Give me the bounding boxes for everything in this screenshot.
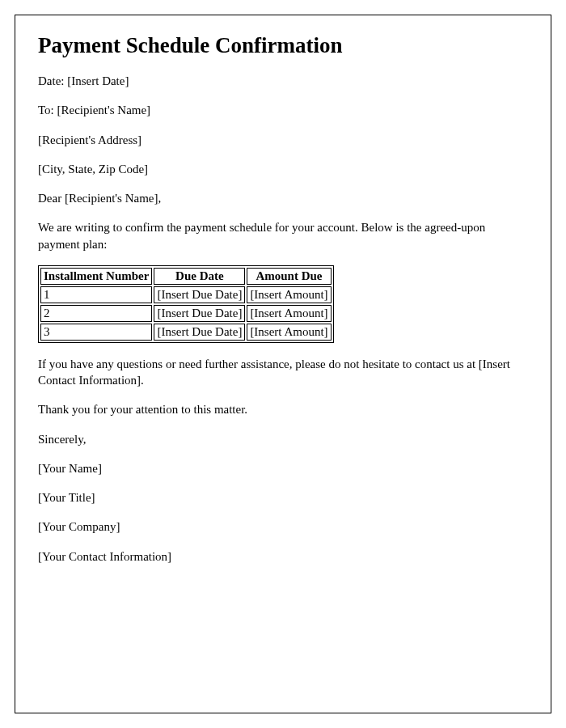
salutation: Dear [Recipient's Name], xyxy=(38,190,528,206)
to-line: To: [Recipient's Name] xyxy=(38,102,528,118)
cell-installment-number: 1 xyxy=(40,286,152,303)
thanks-paragraph: Thank you for your attention to this mat… xyxy=(38,401,528,417)
col-header-amount: Amount Due xyxy=(247,268,331,285)
table-row: 2 [Insert Due Date] [Insert Amount] xyxy=(40,305,332,322)
signature-company: [Your Company] xyxy=(38,518,528,535)
cell-installment-number: 2 xyxy=(40,305,152,322)
table-header-row: Installment Number Due Date Amount Due xyxy=(40,268,332,285)
cell-amount: [Insert Amount] xyxy=(247,286,331,303)
address-line: [Recipient's Address] xyxy=(38,132,528,148)
cell-amount: [Insert Amount] xyxy=(247,324,331,341)
table-row: 1 [Insert Due Date] [Insert Amount] xyxy=(40,286,332,303)
date-line: Date: [Insert Date] xyxy=(38,73,528,89)
cell-due-date: [Insert Due Date] xyxy=(154,324,245,341)
payment-schedule-table: Installment Number Due Date Amount Due 1… xyxy=(38,265,334,343)
document-title: Payment Schedule Confirmation xyxy=(38,33,528,58)
signature-contact: [Your Contact Information] xyxy=(38,548,528,565)
assistance-paragraph: If you have any questions or need furthe… xyxy=(38,356,528,389)
col-header-installment: Installment Number xyxy=(40,268,152,285)
cell-due-date: [Insert Due Date] xyxy=(154,305,245,322)
city-line: [City, State, Zip Code] xyxy=(38,161,528,177)
intro-paragraph: We are writing to confirm the payment sc… xyxy=(38,219,528,252)
signature-name: [Your Name] xyxy=(38,460,528,476)
col-header-due-date: Due Date xyxy=(154,268,245,285)
cell-installment-number: 3 xyxy=(40,324,152,341)
cell-due-date: [Insert Due Date] xyxy=(154,286,245,303)
closing: Sincerely, xyxy=(38,431,528,447)
table-row: 3 [Insert Due Date] [Insert Amount] xyxy=(40,324,332,341)
signature-title: [Your Title] xyxy=(38,489,528,506)
cell-amount: [Insert Amount] xyxy=(247,305,331,322)
document-frame: Payment Schedule Confirmation Date: [Ins… xyxy=(15,15,551,713)
